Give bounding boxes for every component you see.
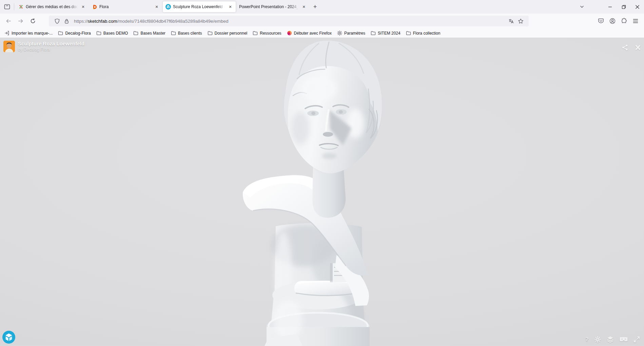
- window-minimize-button[interactable]: [603, 0, 617, 14]
- bookmark-folder-ressources[interactable]: Ressources: [250, 30, 284, 37]
- url-protocol: https://: [74, 19, 88, 24]
- bookmark-folder-bases-demo[interactable]: Bases DEMO: [94, 30, 131, 37]
- url-bar[interactable]: https://sketchfab.com/models/7148cf8804d…: [49, 16, 529, 26]
- forward-arrow-icon: [18, 18, 23, 24]
- firefox-logo-icon: [287, 31, 292, 36]
- sculpture-3d-model[interactable]: [217, 38, 407, 346]
- folder-icon: [58, 31, 63, 35]
- help-button[interactable]: ?: [585, 336, 589, 343]
- tab-gerer-medias[interactable]: Gérer des médias et des docum ✕: [16, 1, 89, 12]
- window-close-button[interactable]: [630, 0, 644, 14]
- model-title-link[interactable]: Sculpture Roza Loewenfeld: [18, 41, 84, 47]
- bookmark-label: Flora collection: [413, 31, 441, 36]
- account-person-icon: [609, 18, 616, 24]
- gear-icon: [337, 31, 342, 36]
- firefox-view-button[interactable]: [1, 1, 13, 12]
- bookmark-debuter-firefox[interactable]: Débuter avec Firefox: [285, 30, 334, 37]
- vr-headset-icon: [620, 337, 628, 342]
- share-button[interactable]: [622, 44, 628, 51]
- bookmark-import[interactable]: Importer les marque-...: [2, 30, 55, 37]
- menu-button[interactable]: [630, 16, 641, 26]
- tab-title: PowerPoint Presentation - 2024_FLO: [239, 4, 298, 9]
- tracking-shield-icon[interactable]: [52, 17, 62, 25]
- embed-header: Sculpture Roza Loewenfeld by Decalog Flo…: [3, 41, 84, 52]
- tab-strip: Gérer des médias et des docum ✕ Flora ✕ …: [0, 0, 644, 14]
- list-all-tabs-button[interactable]: [576, 1, 588, 12]
- sketchfab-viewer-canvas[interactable]: Sculpture Roza Loewenfeld by Decalog Flo…: [0, 38, 644, 346]
- colored-asterisk-favicon: [18, 4, 24, 9]
- folder-icon: [96, 31, 101, 35]
- tab-powerpoint[interactable]: PowerPoint Presentation - 2024_FLO ✕: [236, 1, 309, 12]
- embed-top-controls: [622, 44, 641, 51]
- url-domain: sketchfab.com: [88, 19, 117, 24]
- hamburger-menu-icon: [633, 19, 638, 23]
- bookmark-label: Paramètres: [344, 31, 365, 36]
- translate-page-icon[interactable]: [506, 17, 516, 25]
- bookmark-label: Decalog-Flora: [65, 31, 91, 36]
- tab-close-button[interactable]: ✕: [227, 3, 234, 10]
- window-restore-button[interactable]: [617, 0, 630, 14]
- url-text: https://sketchfab.com/models/7148cf8804d…: [74, 19, 506, 24]
- import-icon: [4, 31, 9, 36]
- embed-close-button[interactable]: [635, 45, 641, 50]
- folder-icon: [133, 31, 138, 35]
- bookmark-folder-dossier-personnel[interactable]: Dossier personnel: [205, 30, 250, 37]
- bookmark-folder-bases-master[interactable]: Bases Master: [131, 30, 168, 37]
- tab-title: Flora: [99, 4, 151, 9]
- reload-icon: [30, 18, 36, 24]
- tab-title: Gérer des médias et des docum: [26, 4, 78, 9]
- model-byline: by Decalog Flora: [18, 47, 84, 52]
- minimize-icon: [608, 5, 612, 9]
- pocket-icon: [598, 18, 604, 24]
- close-icon: [635, 5, 640, 9]
- bookmark-label: Bases Master: [140, 31, 165, 36]
- folder-icon: [253, 31, 258, 35]
- tab-close-button[interactable]: ✕: [80, 3, 86, 10]
- forward-button[interactable]: [15, 16, 26, 26]
- pocket-button[interactable]: [595, 16, 607, 26]
- fullscreen-button[interactable]: [633, 336, 640, 343]
- embed-bottom-controls: ?: [585, 336, 640, 343]
- folder-icon: [371, 31, 376, 35]
- bookmark-label: SITEM 2024: [378, 31, 401, 36]
- bookmark-folder-flora-collection[interactable]: Flora collection: [404, 30, 443, 37]
- bookmark-parametres[interactable]: Paramètres: [335, 30, 368, 37]
- bookmark-folder-bases-clients[interactable]: Bases clients: [169, 30, 204, 37]
- fullscreen-expand-icon: [633, 336, 640, 343]
- back-arrow-icon: [6, 18, 11, 24]
- author-avatar[interactable]: [3, 41, 15, 52]
- reload-button[interactable]: [27, 16, 39, 26]
- tab-close-button[interactable]: ✕: [300, 3, 307, 10]
- chevron-down-icon: [580, 4, 584, 9]
- byline-prefix: by: [18, 47, 22, 52]
- bookmarks-toolbar: Importer les marque-... Decalog-Flora Ba…: [0, 28, 644, 38]
- url-path: /models/7148cf8804db47f6b948a5289a84b49e…: [117, 19, 229, 24]
- tab-separator: [14, 3, 14, 10]
- tab-close-button[interactable]: ✕: [153, 3, 160, 10]
- account-button[interactable]: [607, 16, 618, 26]
- new-tab-button[interactable]: +: [310, 1, 320, 12]
- sketchfab-logo[interactable]: [2, 331, 15, 344]
- gear-icon: [594, 336, 601, 343]
- bookmark-folder-sitem-2024[interactable]: SITEM 2024: [368, 30, 403, 37]
- bookmark-folder-decalog-flora[interactable]: Decalog-Flora: [56, 30, 93, 37]
- tab-flora[interactable]: Flora ✕: [89, 1, 162, 12]
- layers-icon: [607, 336, 614, 343]
- author-link[interactable]: Decalog Flora: [24, 47, 50, 52]
- firefox-view-icon: [4, 4, 10, 10]
- bookmark-label: Ressources: [260, 31, 281, 36]
- tab-title: Sculpture Roza Loewenfeld - 3D: [173, 4, 225, 9]
- back-button[interactable]: [3, 16, 14, 26]
- bookmark-label: Dossier personnel: [215, 31, 248, 36]
- sketchfab-favicon: [165, 4, 171, 9]
- folder-icon: [406, 31, 411, 35]
- extensions-button[interactable]: [618, 16, 630, 26]
- restore-icon: [622, 5, 626, 9]
- vr-headset-button[interactable]: [620, 337, 628, 342]
- tab-sculpture-active[interactable]: Sculpture Roza Loewenfeld - 3D ✕: [163, 1, 236, 12]
- lock-icon[interactable]: [62, 17, 71, 25]
- bookmark-star-icon[interactable]: [516, 17, 525, 25]
- decalog-favicon: [92, 4, 97, 9]
- viewer-settings-button[interactable]: [594, 336, 601, 343]
- inspector-layers-button[interactable]: [607, 336, 614, 343]
